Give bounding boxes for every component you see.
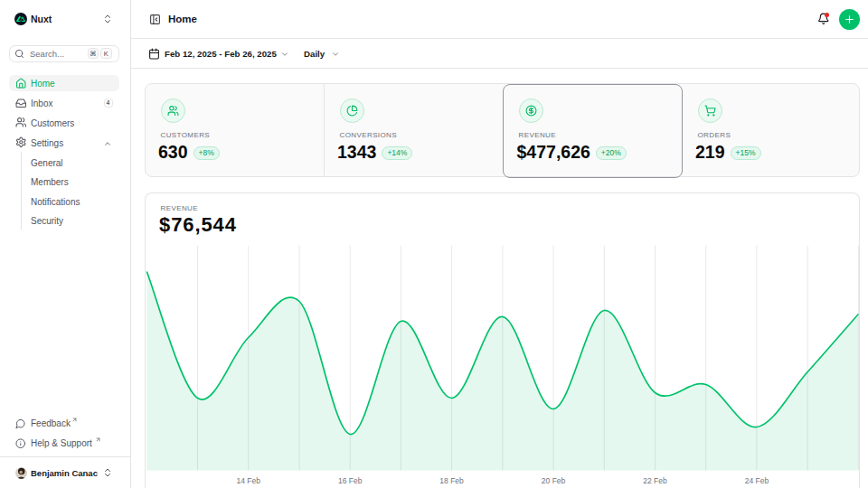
svg-text:16 Feb: 16 Feb: [337, 476, 362, 485]
svg-text:20 Feb: 20 Feb: [541, 476, 565, 485]
svg-text:24 Feb: 24 Feb: [744, 476, 769, 485]
svg-text:22 Feb: 22 Feb: [643, 476, 667, 485]
svg-text:18 Feb: 18 Feb: [439, 476, 464, 485]
svg-text:14 Feb: 14 Feb: [236, 476, 260, 485]
